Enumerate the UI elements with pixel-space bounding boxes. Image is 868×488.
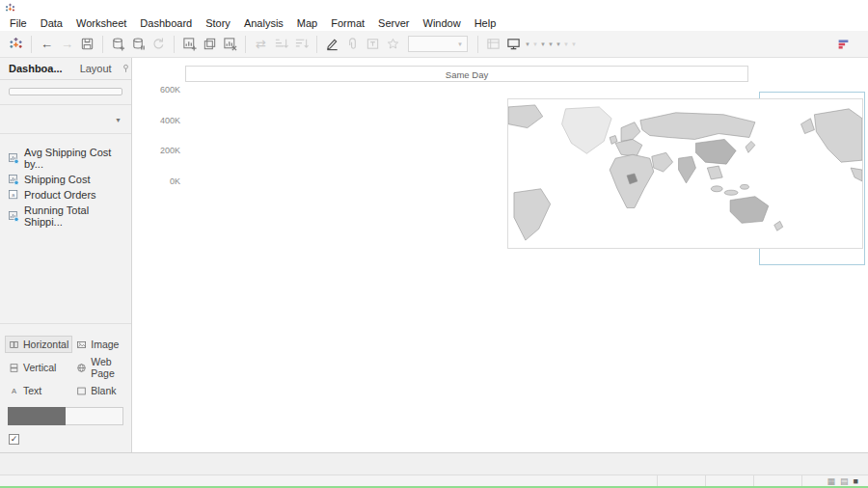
show-dashboard-title-row: ✓ (0, 430, 131, 452)
sheet-item-avg-shipping-cost-by[interactable]: Avg Shipping Cost by... (0, 145, 131, 172)
tableau-logo-icon (5, 3, 15, 14)
sidebar-spacer (0, 230, 131, 323)
toolbar-separator (477, 36, 478, 53)
toolbar-separator (174, 36, 175, 53)
menu-help[interactable]: Help (468, 17, 503, 29)
tableau-logo-icon[interactable] (6, 34, 26, 55)
menu-server[interactable]: Server (371, 17, 416, 29)
undo-icon[interactable]: ← (37, 34, 57, 55)
bar-x-axis (196, 98, 496, 110)
object-label: Horizontal (23, 339, 68, 350)
chart-sheet-icon (8, 152, 19, 164)
highlight-icon[interactable] (322, 34, 342, 55)
y-tick: 600K (160, 85, 180, 95)
sort-descending-icon (291, 34, 312, 55)
blank-icon (76, 386, 87, 396)
chevron-down-icon: ▼ (524, 41, 531, 47)
view-mode-buttons: ▦ ▤ ■ (822, 476, 868, 486)
object-vertical[interactable]: Vertical (6, 354, 71, 381)
menu-format[interactable]: Format (324, 17, 371, 29)
chevron-down-icon: ▼ (531, 41, 539, 47)
status-cell (657, 475, 705, 486)
objects-grid: HorizontalImageVerticalWeb PageTextBlank (0, 335, 131, 400)
floating-button[interactable] (66, 407, 124, 425)
sheet-item-shipping-cost[interactable]: Shipping Cost (0, 172, 131, 187)
menu-dashboard[interactable]: Dashboard (133, 17, 199, 29)
sheet-item-product-orders[interactable]: Product Orders (0, 187, 131, 203)
fix-axes-icon (383, 34, 403, 55)
object-blank[interactable]: Blank (73, 383, 125, 398)
object-label: Text (23, 385, 41, 396)
map-section (507, 94, 863, 249)
menu-window[interactable]: Window (417, 17, 468, 29)
sheet-item-label: Product Orders (24, 189, 96, 201)
sheet-item-label: Avg Shipping Cost by... (24, 147, 123, 170)
y-axis-label-wrap (141, 66, 153, 82)
sheets-list: Avg Shipping Cost by...Shipping CostProd… (0, 145, 131, 230)
pane-tabs: Dashboa...Layout (0, 58, 131, 80)
new-worksheet-icon[interactable] (179, 34, 200, 55)
world-map-graphic (508, 99, 862, 248)
duplicate-sheet-icon[interactable] (200, 34, 220, 55)
show-me-button[interactable] (837, 38, 862, 50)
area-panel-same-day[interactable]: Same Day (186, 66, 748, 82)
vertical-icon (9, 363, 19, 373)
sort-ascending-icon (271, 34, 291, 55)
y-tick: 0K (170, 176, 180, 186)
show-sheet-icon[interactable]: ■ (854, 476, 858, 486)
presentation-mode-icon[interactable] (503, 34, 524, 55)
show-tabs-icon[interactable]: ▦ (827, 476, 836, 486)
toolbar-separator (102, 36, 103, 53)
dashboard-canvas: 600K400K200K0K Same Day CriticalHighMedi… (132, 58, 868, 452)
world-map[interactable] (507, 98, 863, 249)
size-dropdown[interactable]: ▼ (0, 116, 131, 133)
show-filmstrip-icon[interactable]: ▤ (840, 476, 849, 486)
chevron-down-icon: ▼ (115, 117, 122, 123)
object-image[interactable]: Image (73, 337, 125, 352)
chart-sheet-icon (8, 210, 19, 222)
redo-icon: → (57, 34, 77, 55)
menu-file[interactable]: File (3, 17, 34, 29)
chevron-down-icon: ▼ (457, 41, 463, 47)
chevron-down-icon: ▼ (562, 41, 570, 47)
object-label: Blank (91, 385, 116, 396)
y-axis-ticks: 600K400K200K0K (153, 66, 185, 82)
horizontal-icon (9, 339, 19, 350)
y-tick: 400K (160, 116, 180, 125)
sheet-item-running-total-shippi[interactable]: Running Total Shippi... (0, 203, 131, 230)
show-cards-icon (483, 34, 503, 55)
show-me-icon (837, 38, 850, 50)
fit-selector[interactable]: ▼ (408, 36, 468, 52)
object-text[interactable]: Text (6, 383, 71, 398)
device-preview-button[interactable] (9, 88, 122, 95)
pane-tab-layout[interactable]: Layout (71, 63, 121, 74)
panel-header: Same Day (186, 66, 747, 82)
show-dashboard-title-checkbox[interactable]: ✓ (9, 434, 19, 445)
object-web-page[interactable]: Web Page (73, 354, 125, 381)
menu-data[interactable]: Data (34, 17, 69, 29)
shipping-cost-section (141, 94, 496, 249)
size-section-label (0, 105, 131, 116)
show-mark-labels-icon (363, 34, 383, 55)
pause-auto-updates-icon[interactable] (128, 34, 149, 55)
image-icon (76, 339, 87, 350)
chevron-down-icon: ▼ (570, 41, 578, 47)
menu-story[interactable]: Story (199, 17, 237, 29)
toolbar-separator (316, 36, 317, 53)
group-members-icon (342, 34, 363, 55)
tiled-button[interactable] (8, 407, 66, 425)
new-data-source-icon[interactable] (108, 34, 128, 55)
object-horizontal[interactable]: Horizontal (6, 337, 71, 352)
menu-bar: FileDataWorksheetDashboardStoryAnalysisM… (0, 15, 868, 31)
save-icon[interactable] (77, 34, 97, 55)
pane-tab-dashboa[interactable]: Dashboa... (0, 63, 71, 74)
menu-analysis[interactable]: Analysis (237, 17, 290, 29)
running-total-chart[interactable]: 600K400K200K0K Same Day (141, 66, 748, 82)
title-bar (0, 0, 868, 15)
swap-axes-icon: ⇄ (251, 34, 271, 55)
toolbar-separator (245, 36, 246, 53)
dashboard-pane: Dashboa...Layout ▼ Avg Shipping Cost by.… (0, 58, 132, 452)
clear-sheet-icon[interactable] (220, 34, 240, 55)
menu-worksheet[interactable]: Worksheet (69, 17, 133, 29)
menu-map[interactable]: Map (290, 17, 324, 29)
